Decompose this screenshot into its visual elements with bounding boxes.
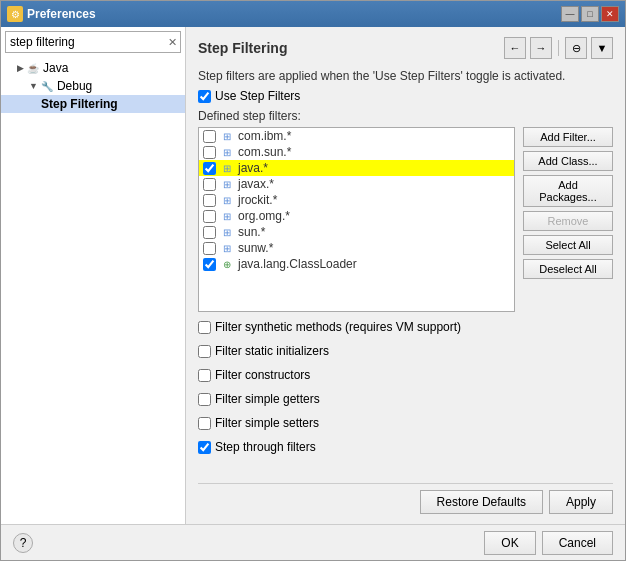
maximize-button[interactable]: □	[581, 6, 599, 22]
use-step-filters-row: Use Step Filters	[198, 89, 613, 103]
main-content: ✕ ▶ ☕ Java ▼ 🔧 Debug Step Filtering	[1, 27, 625, 524]
filter-item-java[interactable]: ⊞ java.*	[199, 160, 514, 176]
filter-checkbox-jrockit[interactable]	[203, 194, 216, 207]
filter-item-jrockit[interactable]: ⊞ jrockit.*	[199, 192, 514, 208]
package-icon-java: ⊞	[220, 161, 234, 175]
add-filter-button[interactable]: Add Filter...	[523, 127, 613, 147]
filter-static-checkbox[interactable]	[198, 345, 211, 358]
step-through-checkbox[interactable]	[198, 441, 211, 454]
filter-checkbox-sun[interactable]	[203, 226, 216, 239]
filter-item-org-omg[interactable]: ⊞ org.omg.*	[199, 208, 514, 224]
filter-label-javax: javax.*	[238, 177, 274, 191]
footer: ? OK Cancel	[1, 524, 625, 560]
search-box: ✕	[5, 31, 181, 53]
use-step-filters-checkbox[interactable]	[198, 90, 211, 103]
expand-java-icon: ▶	[17, 63, 24, 73]
filter-item-sun[interactable]: ⊞ sun.*	[199, 224, 514, 240]
menu-button[interactable]: ▼	[591, 37, 613, 59]
filter-label-java: java.*	[238, 161, 268, 175]
step-through-row: Step through filters	[198, 440, 613, 454]
filter-checkbox-javax[interactable]	[203, 178, 216, 191]
preferences-window: ⚙ Preferences — □ ✕ ✕ ▶ ☕ Java ▼	[0, 0, 626, 561]
filter-synthetic-checkbox[interactable]	[198, 321, 211, 334]
filter-item-com-sun[interactable]: ⊞ com.sun.*	[199, 144, 514, 160]
package-icon-sunw: ⊞	[220, 241, 234, 255]
title-bar-left: ⚙ Preferences	[7, 6, 96, 22]
add-class-button[interactable]: Add Class...	[523, 151, 613, 171]
tree-item-step-filtering[interactable]: Step Filtering	[1, 95, 185, 113]
bottom-panel-buttons: Restore Defaults Apply	[198, 483, 613, 514]
tree-item-debug[interactable]: ▼ 🔧 Debug	[1, 77, 185, 95]
filter-item-javax[interactable]: ⊞ javax.*	[199, 176, 514, 192]
package-icon-com-ibm: ⊞	[220, 129, 234, 143]
search-input[interactable]	[6, 32, 164, 52]
ok-button[interactable]: OK	[484, 531, 535, 555]
restore-defaults-button[interactable]: Restore Defaults	[420, 490, 543, 514]
filter-label-com-ibm: com.ibm.*	[238, 129, 291, 143]
package-icon-sun: ⊞	[220, 225, 234, 239]
filter-label-com-sun: com.sun.*	[238, 145, 291, 159]
filter-checkbox-classloader[interactable]	[203, 258, 216, 271]
sidebar: ✕ ▶ ☕ Java ▼ 🔧 Debug Step Filtering	[1, 27, 186, 524]
back-button[interactable]: ←	[504, 37, 526, 59]
filter-item-sunw[interactable]: ⊞ sunw.*	[199, 240, 514, 256]
expand-debug-icon: ▼	[29, 81, 38, 91]
tree: ▶ ☕ Java ▼ 🔧 Debug Step Filtering	[1, 57, 185, 524]
package-icon-com-sun: ⊞	[220, 145, 234, 159]
select-all-button[interactable]: Select All	[523, 235, 613, 255]
filter-checkbox-org-omg[interactable]	[203, 210, 216, 223]
filter-setters-label: Filter simple setters	[215, 416, 319, 430]
filter-constructors-checkbox[interactable]	[198, 369, 211, 382]
filter-item-com-ibm[interactable]: ⊞ com.ibm.*	[199, 128, 514, 144]
tree-label-step-filtering: Step Filtering	[41, 97, 118, 111]
filter-getters-row: Filter simple getters	[198, 392, 613, 406]
close-button[interactable]: ✕	[601, 6, 619, 22]
deselect-all-button[interactable]: Deselect All	[523, 259, 613, 279]
package-icon-jrockit: ⊞	[220, 193, 234, 207]
filters-list: ⊞ com.ibm.* ⊞ com.sun.* ⊞ java.*	[198, 127, 515, 312]
package-icon-javax: ⊞	[220, 177, 234, 191]
tree-label-debug: Debug	[57, 79, 92, 93]
filter-setters-checkbox[interactable]	[198, 417, 211, 430]
panel-toolbar: ← → ⊖ ▼	[504, 37, 613, 59]
forward-button[interactable]: →	[530, 37, 552, 59]
remove-button[interactable]: Remove	[523, 211, 613, 231]
filter-setters-row: Filter simple setters	[198, 416, 613, 430]
filter-checkbox-sunw[interactable]	[203, 242, 216, 255]
right-panel: Step Filtering ← → ⊖ ▼ Step filters are …	[186, 27, 625, 524]
filters-section: ⊞ com.ibm.* ⊞ com.sun.* ⊞ java.*	[198, 127, 613, 312]
filter-static-label: Filter static initializers	[215, 344, 329, 358]
use-step-filters-label: Use Step Filters	[215, 89, 300, 103]
footer-right: OK Cancel	[484, 531, 613, 555]
filter-checkbox-com-ibm[interactable]	[203, 130, 216, 143]
filter-synthetic-label: Filter synthetic methods (requires VM su…	[215, 320, 461, 334]
search-clear-button[interactable]: ✕	[164, 34, 181, 51]
filter-constructors-label: Filter constructors	[215, 368, 310, 382]
minimize-button[interactable]: —	[561, 6, 579, 22]
tree-item-java[interactable]: ▶ ☕ Java	[1, 59, 185, 77]
filter-checkbox-java[interactable]	[203, 162, 216, 175]
debug-icon: 🔧	[41, 81, 53, 92]
filter-item-classloader[interactable]: ⊕ java.lang.ClassLoader	[199, 256, 514, 272]
apply-button[interactable]: Apply	[549, 490, 613, 514]
add-packages-button[interactable]: Add Packages...	[523, 175, 613, 207]
filter-getters-checkbox[interactable]	[198, 393, 211, 406]
filter-constructors-row: Filter constructors	[198, 368, 613, 382]
collapse-button[interactable]: ⊖	[565, 37, 587, 59]
title-buttons: — □ ✕	[561, 6, 619, 22]
title-bar: ⚙ Preferences — □ ✕	[1, 1, 625, 27]
filter-synthetic-row: Filter synthetic methods (requires VM su…	[198, 320, 613, 334]
filter-label-sunw: sunw.*	[238, 241, 273, 255]
filter-label-jrockit: jrockit.*	[238, 193, 277, 207]
filter-getters-label: Filter simple getters	[215, 392, 320, 406]
filter-checkbox-com-sun[interactable]	[203, 146, 216, 159]
class-icon-classloader: ⊕	[220, 257, 234, 271]
cancel-button[interactable]: Cancel	[542, 531, 613, 555]
tree-label-java: Java	[43, 61, 68, 75]
package-icon-org-omg: ⊞	[220, 209, 234, 223]
java-icon: ☕	[27, 63, 39, 74]
defined-filters-label: Defined step filters:	[198, 109, 613, 123]
step-through-label: Step through filters	[215, 440, 316, 454]
window-icon: ⚙	[7, 6, 23, 22]
help-button[interactable]: ?	[13, 533, 33, 553]
